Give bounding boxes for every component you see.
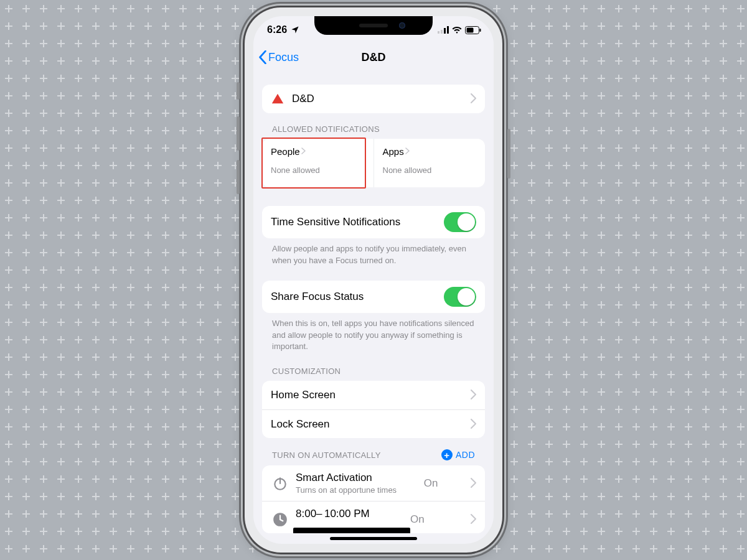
chevron-right-icon [470,513,476,526]
speaker-grille [359,24,388,27]
section-header-customization-label: CUSTOMIZATION [272,366,341,376]
share-focus-row[interactable]: Share Focus Status [262,281,485,313]
time-sensitive-card: Time Sensitive Notifications [262,206,485,238]
content-scroll[interactable]: D&D ALLOWED NOTIFICATIONS People [253,71,494,544]
volume-down-button [237,160,240,194]
power-button [507,129,510,179]
notch [314,16,433,35]
back-button[interactable]: Focus [258,50,299,64]
svg-rect-0 [438,31,439,34]
focus-name-card: D&D [262,85,485,113]
chevron-right-icon [301,147,306,156]
screen: 6:26 Focus [253,16,494,544]
phone-frame: 6:26 Focus [245,7,502,553]
chevron-right-icon [405,147,410,156]
home-indicator[interactable] [330,537,417,540]
share-focus-card: Share Focus Status [262,281,485,313]
allowed-people-label: People [271,146,300,157]
time-sensitive-toggle[interactable] [444,212,476,232]
svg-rect-6 [480,29,481,32]
svg-rect-2 [444,28,446,34]
power-icon [271,474,289,493]
focus-name-row[interactable]: D&D [262,85,485,113]
smart-activation-sub: Turns on at opportune times [296,485,397,495]
section-header-allowed: ALLOWED NOTIFICATIONS [262,113,485,139]
battery-icon [465,26,481,34]
chevron-right-icon [470,477,476,490]
section-header-allowed-label: ALLOWED NOTIFICATIONS [272,124,380,134]
section-header-auto: TURN ON AUTOMATICALLY + ADD [262,438,485,465]
lock-screen-row[interactable]: Lock Screen [262,409,485,438]
schedule-label: 8:00– 10:00 PM [296,508,370,520]
redaction-bar [293,528,410,533]
svg-rect-1 [441,30,443,34]
svg-rect-3 [447,26,449,34]
automation-card: Smart Activation Turns on at opportune t… [262,465,485,533]
share-focus-label: Share Focus Status [271,291,364,303]
smart-activation-row[interactable]: Smart Activation Turns on at opportune t… [262,465,485,501]
time-sensitive-label: Time Sensitive Notifications [271,216,400,228]
share-focus-toggle[interactable] [444,287,476,307]
chevron-left-icon [258,50,267,64]
customization-card: Home Screen Lock Screen [262,381,485,438]
lock-screen-label: Lock Screen [271,418,330,431]
chevron-right-icon [470,389,476,401]
mute-switch [237,82,240,100]
allowed-apps-sub: None allowed [383,166,477,175]
status-time: 6:26 [267,24,287,35]
allowed-apps-cell[interactable]: Apps None allowed [374,139,486,187]
allowed-people-sub: None allowed [271,166,365,175]
schedule-value: On [410,513,425,526]
clock-icon [271,510,289,529]
svg-rect-5 [467,27,474,32]
home-screen-label: Home Screen [271,389,336,401]
smart-activation-label: Smart Activation [296,472,397,484]
chevron-right-icon [470,93,476,105]
cellular-signal-icon [438,26,449,34]
back-label: Focus [268,51,299,64]
volume-up-button [237,116,240,151]
focus-name-label: D&D [292,93,314,105]
section-header-auto-label: TURN ON AUTOMATICALLY [272,450,381,460]
allowed-notifications-card: People None allowed Apps None allow [262,139,485,187]
time-sensitive-footer: Allow people and apps to notify you imme… [262,238,485,269]
allowed-apps-label: Apps [383,146,404,157]
home-screen-row[interactable]: Home Screen [262,381,485,409]
section-header-customization: CUSTOMIZATION [262,355,485,381]
smart-activation-value: On [424,477,438,490]
focus-mode-icon [271,92,284,106]
time-sensitive-row[interactable]: Time Sensitive Notifications [262,206,485,238]
nav-bar: Focus D&D [253,44,494,71]
front-camera [399,22,405,29]
schedule-row[interactable]: 8:00– 10:00 PM Every Tue On [262,501,485,533]
add-label: ADD [456,450,475,460]
wifi-icon [452,26,462,34]
allowed-people-cell[interactable]: People None allowed [262,139,374,187]
share-focus-footer: When this is on, tell apps you have noti… [262,313,485,356]
add-automation-button[interactable]: + ADD [441,449,475,460]
plus-circle-icon: + [441,449,453,460]
location-icon [291,26,299,34]
chevron-right-icon [470,418,476,431]
